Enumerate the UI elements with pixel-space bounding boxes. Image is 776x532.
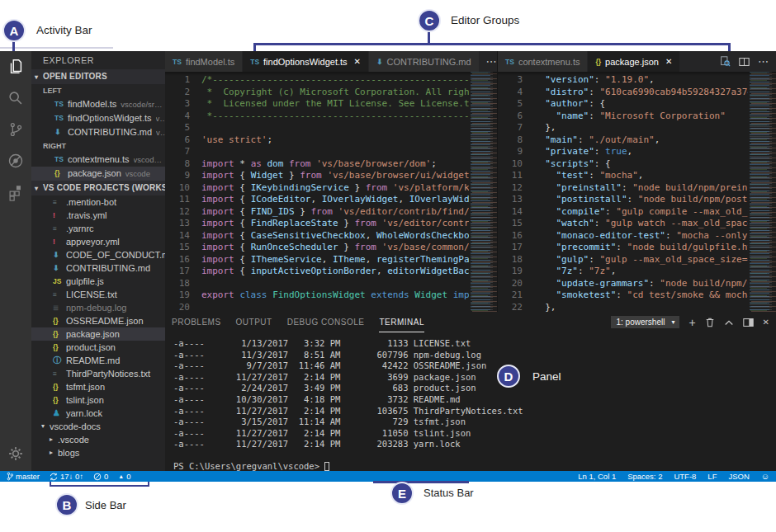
file-item[interactable]: {}product.json bbox=[31, 341, 165, 354]
open-editor-path: vscode/src/... bbox=[134, 153, 165, 167]
file-name: CONTRIBUTING.md bbox=[66, 261, 150, 275]
terminal[interactable]: -a---- 1/13/2017 3:32 PM 1133 LICENSE.tx… bbox=[173, 338, 771, 468]
json-file-icon: {} bbox=[53, 380, 66, 393]
panel-position-icon[interactable] bbox=[743, 318, 754, 327]
code-line: import * as dom from 'vs/base/browser/do… bbox=[201, 158, 469, 171]
open-preview-icon[interactable] bbox=[720, 56, 731, 67]
code-line bbox=[201, 146, 469, 158]
code-line: "main": "./out/main", bbox=[534, 134, 748, 147]
more-actions-icon[interactable]: ⋯ bbox=[486, 55, 498, 68]
folder-item[interactable]: ▾vscode-docs bbox=[31, 420, 165, 433]
tab-CONTRIBUTING.md[interactable]: ⬇CONTRIBUTING.md bbox=[369, 51, 480, 72]
debug-icon[interactable] bbox=[0, 145, 31, 177]
file-item[interactable]: ≡.mention-bot bbox=[31, 195, 165, 209]
tab-bar-right: TScontextmenu.ts{}package.json✕⋯ bbox=[498, 51, 776, 72]
feedback-smiley-icon[interactable]: ☺ bbox=[761, 472, 769, 481]
open-editor-item[interactable]: {}package.jsonvscode bbox=[31, 167, 165, 181]
file-item[interactable]: ≡.yarnrc bbox=[31, 222, 165, 235]
tab-findModel.ts[interactable]: TSfindModel.ts bbox=[165, 51, 243, 72]
file-item[interactable]: {}package.json bbox=[31, 327, 165, 341]
workspace-header[interactable]: ▾VS CODE PROJECTS (WORKSPACE) bbox=[31, 181, 165, 195]
code-line: "version": "1.19.0", bbox=[534, 74, 748, 87]
new-terminal-icon[interactable]: + bbox=[688, 316, 695, 329]
editor-left[interactable]: 1 2 3 4 5 6 7 8 9 10 11 12 13 14 15 16 1… bbox=[165, 72, 497, 312]
sync-status[interactable]: 17↓ 0↑ bbox=[50, 472, 83, 481]
settings-gear-icon[interactable] bbox=[0, 441, 31, 466]
open-editors-list: LEFTTSfindModel.tsvscode/src/vs/...TSfin… bbox=[31, 84, 165, 181]
panel-tab-output[interactable]: OUTPUT bbox=[236, 312, 272, 332]
indentation[interactable]: Spaces: 2 bbox=[627, 472, 662, 481]
maximize-panel-chevron-up-icon[interactable] bbox=[724, 318, 734, 327]
code-line: "postinstall": "node build/npm/postinsta… bbox=[534, 194, 748, 206]
file-item[interactable]: {}tslint.json bbox=[31, 393, 165, 407]
file-item[interactable]: !appveyor.yml bbox=[31, 235, 165, 248]
editor-group-right: TScontextmenu.ts{}package.json✕⋯ 3 4 5 6… bbox=[497, 51, 776, 312]
search-icon[interactable] bbox=[0, 82, 31, 114]
more-actions-icon[interactable]: ⋯ bbox=[758, 55, 769, 68]
tab-contextmenu.ts[interactable]: TScontextmenu.ts bbox=[498, 51, 588, 72]
panel-tab-problems[interactable]: PROBLEMS bbox=[172, 312, 221, 332]
file-item[interactable]: ≣npm-debug.log bbox=[31, 301, 165, 314]
cursor-position[interactable]: Ln 1, Col 1 bbox=[578, 472, 616, 481]
panel-tab-debug-console[interactable]: DEBUG CONSOLE bbox=[287, 312, 365, 332]
source-control-icon[interactable] bbox=[0, 114, 31, 145]
close-panel-icon[interactable]: ✕ bbox=[763, 318, 769, 327]
md-file-icon: ⬇ bbox=[53, 261, 66, 275]
json-file-icon: {} bbox=[53, 314, 66, 327]
warnings-status[interactable]: ▲ 0 bbox=[118, 472, 130, 481]
error-icon bbox=[93, 473, 102, 481]
file-item[interactable]: ♟yarn.lock bbox=[31, 407, 165, 420]
json-file-icon: {} bbox=[54, 167, 68, 181]
code-line: import { RunOnceScheduler } from 'vs/bas… bbox=[201, 242, 469, 254]
panel-tab-terminal[interactable]: TERMINAL bbox=[379, 312, 424, 332]
annotation-b-circle: B bbox=[55, 493, 78, 516]
file-item[interactable]: ⬇CONTRIBUTING.md bbox=[31, 261, 165, 275]
open-editor-item[interactable]: ⬇CONTRIBUTING.mdvscode bbox=[31, 125, 165, 139]
folder-item[interactable]: ▸.vscode bbox=[31, 433, 165, 446]
explorer-icon[interactable] bbox=[0, 51, 31, 82]
minimap[interactable] bbox=[469, 72, 497, 312]
open-editor-name: contextmenu.ts bbox=[68, 153, 130, 167]
file-item[interactable]: ⓘREADME.md bbox=[31, 354, 165, 367]
code-line: "scripts": { bbox=[534, 158, 748, 171]
open-editor-item[interactable]: TSfindModel.tsvscode/src/vs/... bbox=[31, 97, 165, 111]
file-name: .travis.yml bbox=[66, 209, 107, 222]
open-editors-header[interactable]: ▾OPEN EDITORS bbox=[31, 69, 165, 84]
split-editor-icon[interactable] bbox=[739, 57, 750, 67]
file-name: .yarnrc bbox=[66, 222, 94, 235]
encoding[interactable]: UTF-8 bbox=[674, 472, 696, 481]
file-item[interactable]: {}OSSREADME.json bbox=[31, 314, 165, 327]
open-editor-path: vscode/src/vs/... bbox=[121, 97, 165, 111]
annotation-e-line bbox=[373, 481, 469, 483]
screenshot-canvas: A Activity Bar C Editor Groups bbox=[0, 0, 776, 532]
folder-item[interactable]: ▸blogs bbox=[31, 446, 165, 459]
eol-sequence[interactable]: LF bbox=[707, 472, 717, 481]
file-item[interactable]: JSgulpfile.js bbox=[31, 275, 165, 288]
language-mode[interactable]: JSON bbox=[728, 472, 749, 481]
close-tab-icon[interactable]: ✕ bbox=[354, 57, 361, 66]
editor-right[interactable]: 3 4 5 6 7 8 9 10 11 12 13 14 15 16 17 18… bbox=[498, 72, 776, 312]
tab-findOptionsWidget.ts[interactable]: TSfindOptionsWidget.ts✕ bbox=[243, 51, 369, 72]
file-item[interactable]: !.travis.yml bbox=[31, 209, 165, 222]
extensions-icon[interactable] bbox=[0, 177, 31, 208]
file-name: ThirdPartyNotices.txt bbox=[66, 367, 150, 380]
file-item[interactable]: ≡ThirdPartyNotices.txt bbox=[31, 367, 165, 380]
tab-package.json[interactable]: {}package.json✕ bbox=[588, 51, 680, 72]
minimap[interactable] bbox=[748, 72, 776, 312]
open-editor-item[interactable]: TScontextmenu.tsvscode/src/... bbox=[31, 153, 165, 167]
file-item[interactable]: ⬇CODE_OF_CONDUCT.md bbox=[31, 248, 165, 261]
code-line: 'use strict'; bbox=[201, 134, 469, 147]
json-file-icon: {} bbox=[595, 58, 601, 66]
git-branch-status[interactable]: master bbox=[7, 472, 40, 481]
file-item[interactable]: {}tsfmt.json bbox=[31, 380, 165, 393]
panel: PROBLEMSOUTPUTDEBUG CONSOLETERMINAL 1: p… bbox=[165, 312, 776, 471]
errors-status[interactable]: 0 bbox=[93, 472, 108, 481]
kill-terminal-trash-icon[interactable] bbox=[705, 317, 715, 327]
file-item[interactable]: ≡LICENSE.txt bbox=[31, 288, 165, 301]
open-editor-item[interactable]: TSfindOptionsWidget.tsvsco... bbox=[31, 111, 165, 125]
code-line: "test": "mocha", bbox=[534, 170, 748, 182]
tab-label: findOptionsWidget.ts bbox=[263, 57, 348, 67]
close-tab-icon[interactable]: ✕ bbox=[665, 57, 672, 66]
code-area-right: "version": "1.19.0", "distro": "610ca699… bbox=[534, 74, 748, 312]
terminal-select[interactable]: 1: powershell▾ bbox=[611, 316, 679, 328]
